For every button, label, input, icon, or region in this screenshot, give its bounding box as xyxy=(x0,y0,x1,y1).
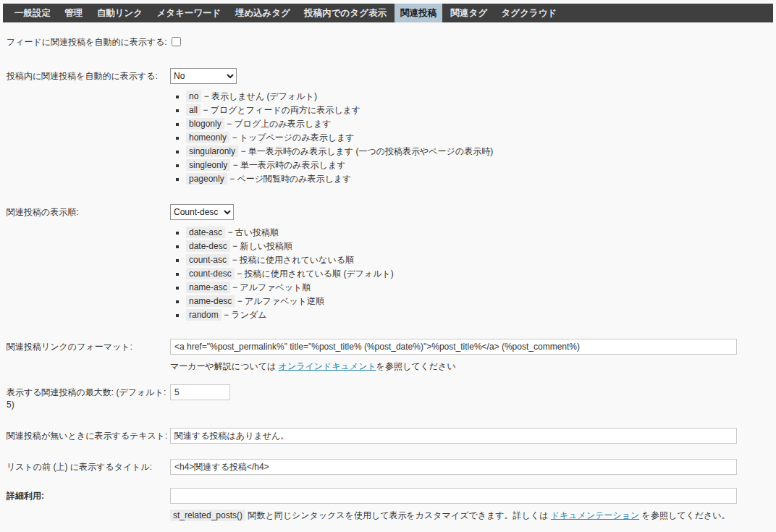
tab-admin[interactable]: 管理 xyxy=(59,4,88,22)
option-code: name-asc xyxy=(186,282,230,293)
post-auto-display-label: 投稿内に関連投稿を自動的に表示する: xyxy=(7,68,170,83)
related-posts-settings-form: フィードに関連投稿を自動的に表示する: 投稿内に関連投稿を自動的に表示する: N… xyxy=(7,34,769,521)
list-item: homeonly − トップページのみ表示します xyxy=(186,132,769,143)
list-item: blogonly − ブログ上のみ表示します xyxy=(186,119,769,129)
row-advanced-usage: 詳細利用: st_related_posts() 関数と同じシンタックスを使用し… xyxy=(7,488,769,521)
option-desc: − アルファベット逆順 xyxy=(237,296,324,306)
option-code: no xyxy=(186,90,201,102)
tab-meta-keywords[interactable]: メタキーワード xyxy=(151,4,227,22)
option-desc: − 表示しません (デフォルト) xyxy=(204,91,317,101)
list-item: count-desc − 投稿に使用されている順 (デフォルト) xyxy=(186,269,769,279)
option-desc: − トップページのみ表示します xyxy=(232,132,354,143)
option-desc: − 投稿に使用されている順 (デフォルト) xyxy=(237,269,394,279)
list-item: all − ブログとフィードの両方に表示します xyxy=(186,105,769,115)
option-desc: − 投稿に使用されていないる順 xyxy=(232,255,354,265)
option-desc: − ブログとフィードの両方に表示します xyxy=(203,105,360,115)
title-before-list-label: リストの前 (上) に表示するタイトル: xyxy=(7,459,170,473)
option-code: date-desc xyxy=(186,240,230,252)
option-desc: − ブログ上のみ表示します xyxy=(227,119,332,129)
no-related-text-input[interactable] xyxy=(170,428,737,444)
option-desc: − 単一表示時のみ表示します (一つの投稿表示やページの表示時) xyxy=(240,146,493,156)
feed-auto-display-label: フィードに関連投稿を自動的に表示する: xyxy=(7,34,170,48)
link-format-label: 関連投稿リンクのフォーマット: xyxy=(7,339,170,353)
list-item: singleonly − 単一表示時のみ表示します xyxy=(186,160,769,170)
tab-general-settings[interactable]: 一般設定 xyxy=(9,4,56,22)
settings-tab-bar: 一般設定 管理 自動リンク メタキーワード 埋め込みタグ 投稿内でのタグ表示 関… xyxy=(3,4,773,22)
link-format-input[interactable] xyxy=(170,339,737,355)
option-code: name-desc xyxy=(186,295,235,307)
tab-tag-cloud[interactable]: タグクラウド xyxy=(496,4,563,22)
option-desc: − ページ閲覧時のみ表示します xyxy=(229,174,351,184)
list-item: pageonly − ページ閲覧時のみ表示します xyxy=(186,174,769,184)
option-code: date-asc xyxy=(186,227,225,238)
tab-embedded-tags[interactable]: 埋め込みタグ xyxy=(229,4,296,22)
online-document-link[interactable]: オンラインドキュメント xyxy=(279,361,376,371)
post-auto-display-select[interactable]: No xyxy=(170,68,237,84)
row-link-format: 関連投稿リンクのフォーマット: マーカーや解説については オンラインドキュメント… xyxy=(7,339,769,372)
option-code: random xyxy=(186,309,222,321)
list-item: singularonly − 単一表示時のみ表示します (一つの投稿表示やページ… xyxy=(186,146,769,156)
display-order-label: 関連投稿の表示順: xyxy=(7,204,170,219)
list-item: no − 表示しません (デフォルト) xyxy=(186,91,769,101)
row-post-auto-display: 投稿内に関連投稿を自動的に表示する: No no − 表示しません (デフォルト… xyxy=(7,68,769,187)
list-item: name-asc − アルファベット順 xyxy=(186,282,769,292)
option-code: singularonly xyxy=(186,145,238,157)
list-item: random − ランダム xyxy=(186,310,769,320)
advanced-usage-help: st_related_posts() 関数と同じシンタックスを使用して表示をカス… xyxy=(170,510,769,521)
row-max-posts: 表示する関連投稿の最大数: (デフォルト: 5) xyxy=(7,384,769,411)
option-code: blogonly xyxy=(186,118,224,130)
option-code: pageonly xyxy=(186,173,227,185)
option-desc: − 新しい投稿順 xyxy=(232,241,292,251)
display-order-select[interactable]: Count-desc xyxy=(170,204,234,220)
tab-related-posts[interactable]: 関連投稿 xyxy=(395,4,442,22)
documentation-link[interactable]: ドキュメンテーション xyxy=(551,510,640,520)
row-display-order: 関連投稿の表示順: Count-desc date-asc − 古い投稿順 da… xyxy=(7,204,769,324)
tab-auto-link[interactable]: 自動リンク xyxy=(91,4,148,22)
help-text: を参照してください xyxy=(376,361,456,371)
help-text: 関数と同じシンタックスを使用して表示をカスタマイズできます。詳しくは xyxy=(245,510,551,520)
row-feed-auto-display: フィードに関連投稿を自動的に表示する: xyxy=(7,34,769,48)
row-title-before-list: リストの前 (上) に表示するタイトル: xyxy=(7,459,769,475)
function-code: st_related_posts() xyxy=(170,510,245,521)
tab-tags-in-posts[interactable]: 投稿内でのタグ表示 xyxy=(298,4,392,22)
no-related-text-label: 関連投稿が無いときに表示するテキスト: xyxy=(7,428,170,442)
max-posts-label: 表示する関連投稿の最大数: (デフォルト: 5) xyxy=(7,384,170,411)
max-posts-input[interactable] xyxy=(170,384,230,400)
option-desc: − アルファベット順 xyxy=(232,282,311,292)
advanced-usage-label: 詳細利用: xyxy=(7,488,170,502)
post-auto-display-options-list: no − 表示しません (デフォルト) all − ブログとフィードの両方に表示… xyxy=(170,91,769,184)
list-item: date-desc − 新しい投稿順 xyxy=(186,241,769,251)
option-code: count-asc xyxy=(186,254,229,266)
help-text: マーカーや解説については xyxy=(170,361,279,371)
list-item: date-asc − 古い投稿順 xyxy=(186,227,769,237)
option-desc: − ランダム xyxy=(224,310,266,320)
option-desc: − 単一表示時のみ表示します xyxy=(233,160,346,170)
option-code: singleonly xyxy=(186,159,230,171)
row-no-related-text: 関連投稿が無いときに表示するテキスト: xyxy=(7,428,769,444)
option-code: all xyxy=(186,104,201,116)
list-item: count-asc − 投稿に使用されていないる順 xyxy=(186,255,769,265)
option-desc: − 古い投稿順 xyxy=(227,227,279,237)
help-text: を参照してください。 xyxy=(639,510,730,520)
title-before-list-input[interactable] xyxy=(170,459,737,475)
feed-auto-display-checkbox[interactable] xyxy=(172,37,181,46)
option-code: homeonly xyxy=(186,132,229,143)
advanced-usage-input[interactable] xyxy=(170,488,737,504)
option-code: count-desc xyxy=(186,268,235,279)
tab-related-tags[interactable]: 関連タグ xyxy=(445,4,494,22)
list-item: name-desc − アルファベット逆順 xyxy=(186,296,769,306)
link-format-help: マーカーや解説については オンラインドキュメントを参照してください xyxy=(170,361,769,372)
display-order-options-list: date-asc − 古い投稿順 date-desc − 新しい投稿順 coun… xyxy=(170,227,769,320)
